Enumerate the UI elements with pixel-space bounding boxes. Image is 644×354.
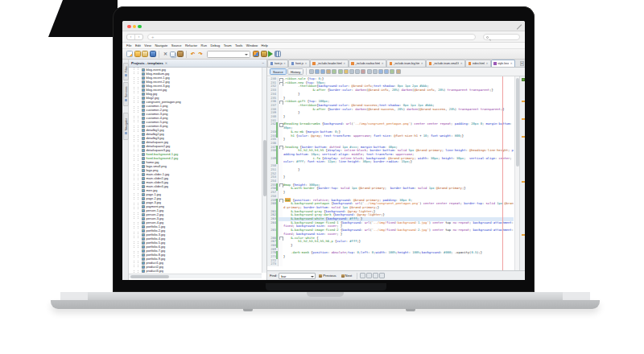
shift-right-icon[interactable]: [373, 69, 378, 74]
error-stripe[interactable]: [519, 76, 525, 270]
services-icon: [124, 99, 127, 102]
redo-icon[interactable]: ↷: [197, 51, 204, 57]
menu-item-window[interactable]: Window: [246, 43, 258, 47]
close-tab-icon[interactable]: ✕: [382, 62, 384, 65]
close-tab-icon[interactable]: ✕: [421, 62, 423, 65]
fold-margin: [279, 202, 283, 209]
close-tab-icon[interactable]: ✕: [485, 62, 488, 65]
tab-list-dropdown-icon[interactable]: ▾: [520, 61, 524, 66]
editor-tab-_include-team-big.html[interactable]: _include-team-big.html✕: [386, 60, 426, 67]
find-next-button[interactable]: Next: [340, 274, 354, 278]
whole-words-icon[interactable]: [366, 273, 372, 278]
find-selection-icon[interactable]: [326, 69, 331, 74]
comment-icon[interactable]: [390, 69, 394, 74]
clean-build-icon[interactable]: [261, 51, 267, 57]
sidebar-tab-services[interactable]: Services: [123, 82, 129, 106]
editor-tab-front.js[interactable]: front.js✕: [267, 60, 288, 67]
new-tab-icon[interactable]: +: [151, 35, 155, 40]
source-view-button[interactable]: Source: [270, 68, 287, 75]
menu-item-refactor[interactable]: Refactor: [185, 43, 197, 47]
shift-left-icon[interactable]: [367, 69, 372, 74]
regex-icon[interactable]: [373, 273, 378, 278]
match-case-icon[interactable]: [360, 273, 365, 278]
open-project-icon[interactable]: [142, 51, 148, 57]
sidebar-tab-files[interactable]: Files: [123, 63, 129, 80]
previous-bookmark-icon[interactable]: [349, 69, 354, 74]
warning-mark[interactable]: [522, 234, 525, 236]
highlight-results-icon[interactable]: [379, 273, 385, 278]
history-buttons[interactable]: ‹ ›: [126, 34, 143, 40]
close-panel-icon[interactable]: ✕: [165, 61, 167, 65]
search-input[interactable]: [483, 34, 520, 40]
editor-tab-_include-team-small.html[interactable]: _include-team-small.html✕: [426, 60, 465, 67]
undo-icon[interactable]: ↶: [190, 51, 196, 57]
menu-item-tools[interactable]: Tools: [235, 43, 242, 47]
tree-item[interactable]: product3.jpg: [129, 269, 262, 273]
fold-margin[interactable]: [279, 122, 283, 130]
next-bookmark-icon[interactable]: [355, 69, 360, 74]
menu-item-debug[interactable]: Debug: [210, 43, 220, 47]
run-project-icon[interactable]: [268, 51, 273, 57]
warning-mark[interactable]: [522, 136, 525, 138]
stop-macro-icon[interactable]: [384, 69, 389, 74]
close-tab-icon[interactable]: ✕: [510, 62, 513, 65]
set-configuration-icon[interactable]: [253, 51, 259, 57]
find-next-icon[interactable]: [332, 69, 336, 74]
menu-item-file[interactable]: File: [126, 43, 131, 47]
code-editor[interactable]: 230.ribbon.sale {top: 0;}231.ribbon.new …: [267, 76, 525, 270]
toggle-bookmark-icon[interactable]: [361, 69, 365, 74]
projects-panel-header[interactable]: Projects - templates ✕ –: [129, 60, 266, 68]
menu-item-run[interactable]: Run: [201, 43, 207, 47]
menu-item-source[interactable]: Source: [171, 43, 182, 47]
tree-horizontal-scrollbar[interactable]: [129, 274, 262, 278]
new-project-icon[interactable]: [134, 51, 141, 57]
menu-item-edit[interactable]: Edit: [135, 43, 141, 47]
address-bar[interactable]: +: [147, 34, 476, 40]
paste-icon[interactable]: [177, 51, 184, 57]
find-input[interactable]: bar: [279, 273, 316, 279]
warning-mark[interactable]: [522, 118, 525, 120]
warning-mark[interactable]: [522, 181, 525, 183]
editor-tab-_include-header.html[interactable]: _include-header.html✕: [310, 60, 349, 67]
uncomment-icon[interactable]: [396, 69, 401, 74]
toggle-highlight-icon[interactable]: [344, 69, 349, 74]
warning-mark[interactable]: [522, 101, 525, 102]
menu-item-view[interactable]: View: [144, 43, 151, 47]
editor-tab-style.less[interactable]: style.less✕: [491, 60, 515, 67]
find-previous-icon[interactable]: [338, 69, 343, 74]
configuration-combobox[interactable]: [207, 51, 250, 58]
history-view-button[interactable]: History: [287, 68, 303, 75]
forward-icon[interactable]: [320, 69, 325, 74]
close-window-button[interactable]: [127, 25, 131, 29]
zoom-window-button[interactable]: [138, 25, 142, 29]
tab-scroll-buttons[interactable]: ▾: [520, 61, 524, 66]
forward-button[interactable]: ›: [135, 35, 142, 39]
start-macro-icon[interactable]: [378, 69, 383, 74]
profile-project-icon[interactable]: [275, 51, 281, 57]
menu-item-help[interactable]: Help: [262, 43, 268, 47]
copy-icon[interactable]: [170, 51, 175, 57]
fold-margin: [279, 221, 283, 228]
back-button[interactable]: ‹: [127, 35, 135, 39]
find-previous-button[interactable]: Previous: [317, 274, 337, 278]
project-file-tree[interactable]: blog-event.jpgblog-medium.jpgblog-recent…: [129, 68, 262, 273]
minimize-panel-icon[interactable]: –: [262, 61, 264, 65]
sidebar-tab-navigator[interactable]: Navigator: [123, 113, 129, 140]
editor-tab-front.js[interactable]: front.js✕: [288, 60, 309, 67]
new-file-icon[interactable]: [126, 51, 133, 57]
close-tab-icon[interactable]: ✕: [460, 62, 463, 65]
tree-vertical-scrollbar[interactable]: [262, 68, 266, 273]
close-tab-icon[interactable]: ✕: [343, 62, 345, 65]
last-edit-icon[interactable]: [309, 69, 314, 74]
close-tab-icon[interactable]: ✕: [283, 62, 286, 65]
fullscreen-icon[interactable]: [516, 24, 521, 29]
cut-icon[interactable]: ✕: [163, 51, 169, 57]
editor-tab-_include-navbar.html[interactable]: _include-navbar.html✕: [349, 60, 386, 67]
close-tab-icon[interactable]: ✕: [305, 62, 308, 65]
back-icon[interactable]: [315, 69, 320, 74]
editor-tab-index.html[interactable]: index.html✕: [465, 60, 491, 67]
save-all-icon[interactable]: [150, 51, 156, 57]
menu-item-navigate[interactable]: Navigate: [155, 43, 167, 47]
minimize-window-button[interactable]: [133, 25, 137, 29]
menu-item-team[interactable]: Team: [224, 43, 232, 47]
